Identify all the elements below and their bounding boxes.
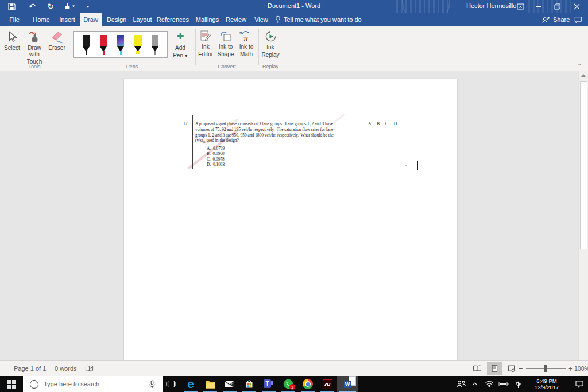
ink-to-shape-label-2: Shape [218,51,234,57]
tray-show-hidden-icons-button[interactable] [469,376,481,392]
tab-layout[interactable]: Layout [131,13,154,26]
task-view-button[interactable] [161,376,181,392]
ribbon-display-options-button[interactable] [512,0,528,13]
ink-to-shape-icon [219,30,232,42]
zoom-level[interactable]: 100% [574,361,588,376]
zoom-in-button[interactable]: + [568,361,573,376]
draw-with-touch-label: Draw with [23,45,46,57]
minimize-button[interactable] [531,0,547,13]
whatsapp-icon: 1 [283,379,293,389]
question-cell: A proposed signal phase i consists of 3 … [195,121,364,168]
tools-group-label: Tools [0,64,69,69]
read-mode-button[interactable] [470,362,485,375]
page-indicator[interactable]: Page 1 of 1 [14,361,46,376]
tray-people-button[interactable] [454,376,469,392]
share-button[interactable]: Share [541,13,570,26]
tab-draw[interactable]: Draw [80,13,102,26]
restore-button[interactable] [549,0,565,13]
tab-insert[interactable]: Insert [56,13,79,26]
text-cursor [417,161,418,170]
select-button[interactable]: Select [2,30,22,51]
ink-to-shape-button[interactable]: Ink to Shape [216,30,235,57]
microphone-icon[interactable] [149,380,156,389]
pen-yellow-highlighter[interactable] [131,35,144,54]
group-separator [195,29,196,65]
taskbar-teams-button[interactable]: T [259,376,278,392]
windows-logo-icon [7,380,16,389]
tray-date: 12/9/2017 [535,384,559,390]
close-button[interactable] [568,0,585,13]
taskbar-file-explorer-button[interactable] [200,376,220,392]
web-layout-icon [508,364,516,372]
pen-red-body [100,35,107,46]
pen-gray-pencil[interactable] [149,35,161,55]
document-page[interactable]: 12 A proposed signal phase i consists of… [124,79,457,360]
question-line-last: (v/s)ci used in the design? [195,138,364,145]
print-layout-button[interactable] [487,362,502,375]
comments-button[interactable] [574,15,582,26]
scroll-up-icon[interactable] [581,74,586,77]
ink-to-math-label: Ink to [239,44,253,50]
eraser-icon [50,30,64,44]
ink-editor-label-2: Editor [198,51,213,57]
pen-red[interactable] [97,35,110,55]
collapse-ribbon-button[interactable]: ⌃ [577,63,582,70]
zoom-out-button[interactable]: − [519,361,523,376]
taskbar-chrome-button[interactable] [298,376,318,392]
add-pen-button[interactable]: ✚ Add Pen ▾ [170,31,191,59]
highlighter-body [134,35,142,46]
word-count[interactable]: 0 words [55,361,77,376]
wifi-icon [485,381,494,387]
tray-usb-button[interactable] [511,376,525,392]
tab-review[interactable]: Review [224,13,248,26]
add-pen-label: Add [175,45,185,51]
tab-references[interactable]: References [156,13,189,26]
action-center-button[interactable] [571,376,588,392]
tray-wifi-button[interactable] [482,376,496,392]
battery-icon [498,381,509,387]
tray-battery-button[interactable] [496,376,511,392]
scrollbar-thumb[interactable] [580,81,587,249]
draw-with-touch-button[interactable]: Draw with Touch [23,30,46,65]
ribbon-tab-bar: File Home Insert Draw Design Layout Refe… [0,13,588,26]
web-layout-button[interactable] [504,362,519,375]
taskbar-word-button[interactable]: W [337,376,358,392]
question-line: groups 1, 2 and 3 are 950, 950 and 1800 … [195,133,364,138]
tab-file[interactable]: File [5,13,24,26]
start-button[interactable] [0,376,23,392]
taskbar-store-button[interactable] [239,376,259,392]
taskbar-edge-button[interactable]: e [181,376,200,392]
vertical-scrollbar[interactable] [578,71,588,360]
ink-editor-button[interactable]: Ink Editor [196,30,215,57]
ink-replay-button[interactable]: Ink Replay [260,30,281,58]
eraser-label: Eraser [48,45,65,51]
word-icon: W [344,381,351,388]
tab-design[interactable]: Design [105,13,129,26]
taskbar-mail-button[interactable] [220,376,239,392]
taskbar-acrobat-button[interactable] [318,376,337,392]
pen-galaxy[interactable] [114,35,127,55]
eraser-button[interactable]: Eraser [47,30,67,51]
group-separator [258,29,259,65]
group-separator [69,29,69,65]
document-area[interactable]: 12 A proposed signal phase i consists of… [0,71,588,360]
taskbar-whatsapp-button[interactable]: 1 [278,376,298,392]
pen-tip [86,51,87,55]
people-icon [456,380,466,388]
option-a: A. 0.0789 [207,146,364,152]
ink-editor-label: Ink [202,44,209,50]
ink-to-math-button[interactable]: π π Ink to Math [237,30,256,57]
tell-me-box[interactable]: Tell me what you want to do [275,13,362,26]
tab-view[interactable]: View [252,13,271,26]
zoom-slider-thumb[interactable] [544,365,547,372]
proofing-status-button[interactable] [85,361,94,376]
ink-replay-label: Ink [266,44,274,51]
clock[interactable]: 6:49 PM 12/9/2017 [526,376,567,392]
ink-editor-icon [199,30,212,42]
account-name[interactable]: Hector Hermosillo [466,2,516,9]
tab-mailings[interactable]: Mailings [194,13,221,26]
search-box[interactable]: Type here to search [23,376,163,392]
tab-home[interactable]: Home [30,13,53,26]
pen-black[interactable] [80,35,92,55]
plus-icon: ✚ [177,31,184,41]
